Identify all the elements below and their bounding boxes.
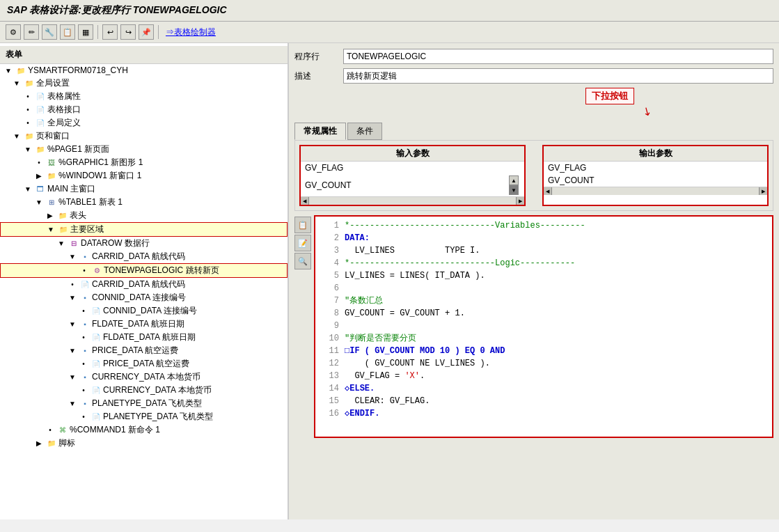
output-params-header: 输出参数	[544, 146, 767, 162]
tree-item-planetype[interactable]: ▼ ▪ PLANETYPE_DATA 飞机类型	[0, 397, 288, 410]
hscroll-left-out[interactable]: ◀	[544, 187, 552, 195]
tree-item-table1[interactable]: ▼ ⊞ %TABLE1 新表 1	[0, 196, 288, 209]
tree-label-window1: %WINDOW1 新窗口 1	[58, 170, 141, 182]
folder-icon: 📁	[15, 65, 26, 76]
bullet-price2: •	[78, 359, 89, 370]
doc-icon-tableprop: 📄	[35, 91, 46, 102]
line-num-3: 3	[318, 244, 339, 257]
tree-item-datarow[interactable]: ▼ ⊟ DATAROW 数据行	[0, 237, 288, 250]
tree-item-fldate2[interactable]: • 📄 FLDATE_DATA 航班日期	[0, 331, 288, 344]
output-params-box: 输出参数 GV_FLAG GV_COUNT ◀ ▶	[542, 145, 769, 206]
tree-label-table1: %TABLE1 新表 1	[58, 196, 123, 208]
tree-item-graphic1[interactable]: • 🖼 %GRAPHIC1 新图形 1	[0, 156, 288, 169]
code-wrapper: 1 *-----------------------------Variable…	[314, 215, 773, 438]
main-icon: 🗖	[35, 184, 46, 195]
program-input[interactable]	[343, 49, 773, 64]
tree-item-footer[interactable]: ▶ 📁 脚标	[0, 437, 288, 450]
bullet-icon-tonew: •	[79, 265, 90, 276]
tree-item-tableif[interactable]: • 📄 表格接口	[0, 103, 288, 116]
scroll-down-btn[interactable]: ▼	[509, 185, 519, 195]
toolbar-btn-5[interactable]: ▦	[78, 24, 93, 40]
tree-item-carrid1[interactable]: ▼ ▪ CARRID_DATA 航线代码	[0, 250, 288, 263]
code-text-3: LV_LINES TYPE I.	[345, 244, 769, 257]
toolbar-btn-2[interactable]: ✏	[24, 24, 39, 40]
tree-item-currency2[interactable]: • 📄 CURRENCY_DATA 本地货币	[0, 384, 288, 397]
doc-icon-fldate2: 📄	[91, 332, 102, 343]
toolbar-btn-4[interactable]: 📋	[60, 24, 75, 40]
annotation-container: 下拉按钮 ↘	[294, 88, 773, 116]
bullet-connid2: •	[78, 306, 89, 317]
datarow-icon: ⊟	[68, 238, 79, 249]
table-editor-link[interactable]: ⇒表格绘制器	[166, 26, 216, 38]
bullet-icon-graphic: •	[33, 157, 45, 169]
hscroll-right-out[interactable]: ▶	[759, 187, 767, 195]
tree-item-connid[interactable]: ▼ ▪ CONNID_DATA 连接编号	[0, 291, 288, 304]
tree-item-header[interactable]: ▶ 📁 表头	[0, 209, 288, 222]
code-line-13: 13 GV_FLAG = 'X'.	[318, 370, 769, 382]
code-editor[interactable]: 1 *-----------------------------Variable…	[314, 215, 773, 438]
code-text-13: GV_FLAG = 'X'.	[345, 370, 769, 382]
tree-item-carrid2[interactable]: • 📄 CARRID_DATA 航线代码	[0, 278, 288, 291]
tree-item-global[interactable]: ▼ 📁 全局设置	[0, 77, 288, 90]
tree-item-main[interactable]: ▼ 🗖 MAIN 主窗口	[0, 182, 288, 196]
tree-item-connid2[interactable]: • 📄 CONNID_DATA 连接编号	[0, 304, 288, 318]
code-line-5: 5 LV_LINES = LINES( IT_DATA ).	[318, 269, 769, 282]
tree-item-price[interactable]: ▼ ▪ PRICE_DATA 航空运费	[0, 344, 288, 357]
code-line-10: 10 "判断是否需要分页	[318, 332, 769, 345]
line-num-14: 14	[318, 382, 339, 395]
toolbar-btn-3[interactable]: 🔧	[42, 24, 57, 40]
tree-item-tableprop[interactable]: • 📄 表格属性	[0, 90, 288, 103]
program-row: 程序行	[294, 49, 773, 64]
tree-item-command1[interactable]: • ⌘ %COMMAND1 新命令 1	[0, 423, 288, 437]
toolbar-btn-1[interactable]: ⚙	[6, 24, 21, 40]
code-btn-2[interactable]: 📝	[294, 235, 311, 251]
folder-sq-icon: ▪	[79, 251, 91, 263]
tree-label-command1: %COMMAND1 新命令 1	[70, 424, 160, 436]
scroll-up-btn[interactable]: ▲	[509, 175, 519, 185]
code-line-3: 3 LV_LINES TYPE I.	[318, 244, 769, 257]
tab-condition[interactable]: 条件	[347, 123, 382, 140]
desc-input[interactable]	[343, 68, 773, 84]
params-row: 输入参数 GV_FLAG GV_COUNT ▲ ▼ ◀ ▶	[299, 145, 769, 206]
tree-item-window1[interactable]: ▶ 📁 %WINDOW1 新窗口 1	[0, 169, 288, 182]
tree-item-tonewpage[interactable]: • ⚙ TONEWPAGELOGIC 跳转新页	[0, 263, 288, 278]
code-line-4: 4 *-----------------------------Logic---…	[318, 257, 769, 269]
tree-item-mainarea[interactable]: ▼ 📁 主要区域	[0, 222, 288, 237]
tab-normal[interactable]: 常规属性	[294, 123, 346, 140]
code-line-16: 16 ◇ENDIF.	[318, 407, 769, 420]
code-btn-1[interactable]: 📋	[294, 217, 311, 233]
hscroll-left[interactable]: ◀	[301, 197, 309, 205]
annotation-arrow: ↘	[640, 103, 654, 119]
code-line-12: 12 ( GV_COUNT NE LV_LINES ).	[318, 357, 769, 370]
tree-item-globaldef[interactable]: • 📄 全局定义	[0, 116, 288, 130]
tree-item-price2[interactable]: • 📄 PRICE_DATA 航空运费	[0, 357, 288, 370]
input-params-box: 输入参数 GV_FLAG GV_COUNT ▲ ▼ ◀ ▶	[299, 145, 526, 206]
tree-item-root[interactable]: ▼ 📁 YSMARTFORM0718_CYH	[0, 64, 288, 77]
code-text-5: LV_LINES = LINES( IT_DATA ).	[345, 269, 769, 282]
desc-row: 描述	[294, 68, 773, 84]
code-text-14: ◇ELSE.	[345, 382, 769, 395]
toolbar-btn-redo[interactable]: ↪	[120, 24, 136, 40]
toolbar-btn-6[interactable]: 📌	[139, 24, 154, 40]
tree-item-page1[interactable]: ▼ 📁 %PAGE1 新页面	[0, 143, 288, 156]
title-bar: SAP 表格设计器:更改程序行 TONEWPAGELOGIC	[0, 0, 779, 22]
toolbar-btn-undo[interactable]: ↩	[102, 24, 118, 40]
tree-item-planetype2[interactable]: • 📄 PLANETYPE_DATA 飞机类型	[0, 410, 288, 423]
tree-item-fldate[interactable]: ▼ ▪ FLDATE_DATA 航班日期	[0, 318, 288, 331]
expand-icon-header: ▶	[45, 210, 56, 221]
folder-icon-page1: 📁	[35, 144, 46, 155]
code-btn-3[interactable]: 🔍	[294, 253, 311, 269]
annotation-text: 下拉按钮	[585, 88, 634, 104]
expand-icon-fldate: ▼	[67, 319, 78, 330]
tree-label-mainarea: 主要区域	[70, 224, 104, 235]
code-line-1: 1 *-----------------------------Variable…	[318, 219, 769, 232]
tree-label-price: PRICE_DATA 航空运费	[92, 345, 178, 357]
folder-sq-fldate: ▪	[79, 319, 91, 330]
line-num-13: 13	[318, 370, 339, 382]
tree-item-currency[interactable]: ▼ ▪ CURRENCY_DATA 本地货币	[0, 370, 288, 384]
hscroll-right[interactable]: ▶	[516, 197, 524, 205]
line-num-2: 2	[318, 232, 339, 244]
expand-icon-page1: ▼	[22, 144, 33, 155]
code-line-15: 15 CLEAR: GV_FLAG.	[318, 395, 769, 407]
tree-item-pages[interactable]: ▼ 📁 页和窗口	[0, 130, 288, 143]
